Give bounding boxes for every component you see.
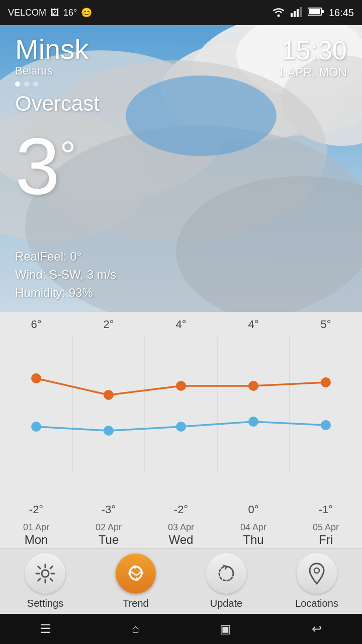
- svg-point-26: [104, 390, 114, 400]
- day-name-1: Tue: [99, 533, 119, 547]
- home-button[interactable]: ⌂: [132, 622, 139, 636]
- back-button[interactable]: ↩: [312, 622, 322, 636]
- svg-point-34: [321, 420, 331, 430]
- high-temp-4: 5°: [290, 318, 362, 331]
- battery-icon: [308, 7, 324, 19]
- high-temp-2: 4°: [145, 318, 217, 331]
- android-nav: ☰ ⌂ ▣ ↩: [0, 614, 362, 644]
- svg-point-30: [31, 422, 41, 432]
- temperature-status: 16°: [63, 8, 77, 18]
- forecast-day-4: -1° 05 Apr Fri: [290, 498, 362, 548]
- day-name-2: Wed: [169, 533, 194, 547]
- locations-label: Locations: [295, 598, 338, 609]
- trend-label: Trend: [123, 598, 149, 609]
- status-left: VELCOM 🖼 16° 😊: [8, 7, 92, 18]
- dot-active: [15, 82, 20, 87]
- date-display: 1 APR, MON: [278, 65, 347, 79]
- condition-text: Overcast: [15, 92, 347, 116]
- chart-area: [0, 337, 362, 498]
- update-label: Update: [210, 598, 243, 609]
- realfeel-text: RealFeel: 0°: [15, 248, 116, 266]
- low-temp-3: 0°: [248, 503, 258, 516]
- svg-point-28: [248, 381, 258, 391]
- date-label-1: 02 Apr: [96, 522, 122, 533]
- status-bar: VELCOM 🖼 16° 😊: [0, 0, 362, 25]
- forecast-day-2: -2° 03 Apr Wed: [145, 498, 217, 548]
- svg-rect-3: [297, 9, 299, 17]
- menu-button[interactable]: ☰: [40, 622, 51, 636]
- settings-button[interactable]: [25, 553, 65, 594]
- svg-point-31: [104, 426, 114, 436]
- temp-main: 3 °: [15, 126, 347, 206]
- date-label-3: 04 Apr: [240, 522, 266, 533]
- low-temp-4: -1°: [319, 503, 333, 516]
- svg-rect-7: [309, 9, 320, 14]
- date-label-0: 01 Apr: [23, 522, 49, 533]
- nav-update[interactable]: Update: [186, 553, 266, 609]
- android-icon: 😊: [81, 7, 92, 18]
- temp-value: 3: [15, 126, 60, 206]
- svg-point-27: [176, 381, 186, 391]
- nav-locations[interactable]: Locations: [277, 553, 357, 609]
- high-temp-1: 2°: [72, 318, 145, 331]
- pagination-dots: [15, 82, 347, 87]
- recent-button[interactable]: ▣: [220, 622, 231, 636]
- high-temp-0: 6°: [0, 318, 72, 331]
- low-temp-1: -3°: [102, 503, 116, 516]
- forecast-dates: -2° 01 Apr Mon -3° 02 Apr Tue -2° 03 Apr…: [0, 498, 362, 548]
- date-label-2: 03 Apr: [168, 522, 194, 533]
- svg-point-37: [314, 568, 319, 573]
- humidity-text: Humidity: 93%: [15, 284, 116, 302]
- high-temps-row: 6° 2° 4° 4° 5°: [0, 312, 362, 337]
- svg-rect-1: [291, 13, 293, 17]
- forecast-day-0: -2° 01 Apr Mon: [0, 498, 72, 548]
- photo-icon: 🖼: [50, 8, 59, 18]
- low-temp-2: -2°: [174, 503, 188, 516]
- low-temp-0: -2°: [29, 503, 43, 516]
- clock: 16:45: [329, 7, 354, 19]
- bottom-nav: Settings Trend: [0, 548, 362, 614]
- high-temp-3: 4°: [217, 318, 290, 331]
- weather-details: RealFeel: 0° Wind: S-SW, 3 m/s Humidity:…: [15, 248, 116, 302]
- weather-hero: Minsk Belarus 15:30 1 APR, MON Overcast …: [0, 25, 362, 312]
- dot-2: [24, 82, 29, 87]
- day-name-0: Mon: [25, 533, 48, 547]
- locations-button[interactable]: [297, 553, 337, 594]
- nav-settings[interactable]: Settings: [5, 553, 85, 609]
- day-name-3: Thu: [243, 533, 263, 547]
- svg-rect-6: [322, 10, 324, 13]
- forecast-day-1: -3° 02 Apr Tue: [72, 498, 145, 548]
- forecast-day-3: 0° 04 Apr Thu: [217, 498, 290, 548]
- day-name-4: Fri: [319, 533, 333, 547]
- svg-rect-20: [0, 337, 362, 473]
- svg-point-33: [248, 417, 258, 427]
- wifi-icon: [272, 6, 286, 20]
- svg-rect-4: [300, 7, 302, 17]
- svg-point-29: [321, 377, 331, 387]
- hero-content: Minsk Belarus 15:30 1 APR, MON Overcast …: [0, 25, 362, 312]
- datetime-block: 15:30 1 APR, MON: [278, 35, 347, 79]
- chart-section: 6° 2° 4° 4° 5°: [0, 312, 362, 548]
- signal-icon: [291, 6, 303, 20]
- wind-text: Wind: S-SW, 3 m/s: [15, 266, 116, 284]
- svg-point-25: [31, 373, 41, 383]
- date-label-4: 05 Apr: [313, 522, 339, 533]
- settings-label: Settings: [27, 598, 63, 609]
- status-right: 16:45: [272, 6, 354, 20]
- svg-point-32: [176, 422, 186, 432]
- carrier-text: VELCOM: [8, 8, 46, 18]
- update-button[interactable]: [206, 553, 246, 594]
- svg-rect-2: [294, 11, 296, 17]
- svg-point-0: [277, 14, 280, 17]
- temperature-block: 3 °: [15, 126, 347, 206]
- temp-degree: °: [60, 136, 76, 176]
- dot-3: [33, 82, 38, 87]
- time-display: 15:30: [278, 35, 347, 65]
- nav-trend[interactable]: Trend: [96, 553, 176, 609]
- svg-point-35: [42, 570, 49, 577]
- trend-button[interactable]: [116, 553, 156, 594]
